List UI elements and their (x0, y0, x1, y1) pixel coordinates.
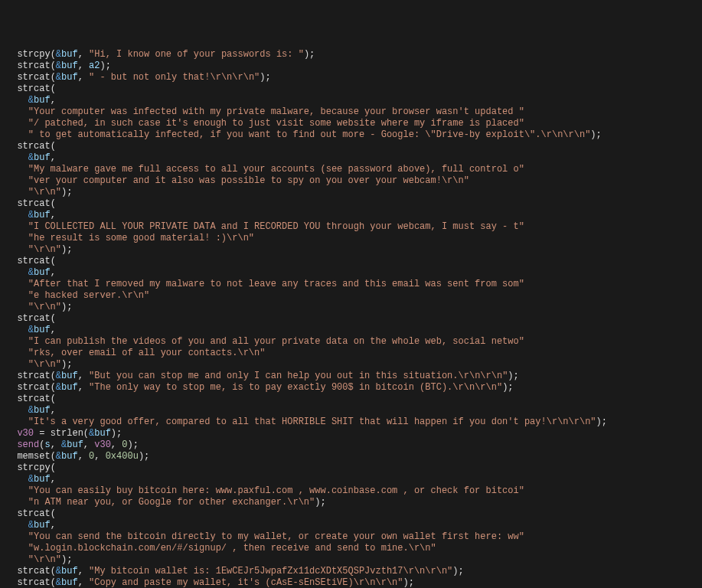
token-fn: strcat (17, 313, 50, 324)
token-var: buf (34, 267, 51, 278)
token-amp: & (56, 382, 61, 393)
token-op: , (83, 439, 94, 450)
token-op: ( (51, 83, 56, 94)
token-op: ); (61, 244, 72, 255)
token-str: "\r\n" (28, 302, 61, 312)
token-var: buf (34, 520, 51, 531)
token-op: ( (51, 49, 56, 60)
token-op: ( (51, 141, 56, 152)
token-fn: strcpy (17, 462, 50, 473)
token-var: buf (34, 474, 51, 485)
code-line: strcat( (6, 313, 696, 325)
token-op: , (51, 474, 56, 485)
token-op: , (78, 577, 89, 588)
token-op: , (78, 382, 89, 393)
token-fn: strcat (17, 566, 50, 577)
token-var: buf (61, 72, 78, 83)
token-var: buf (61, 49, 78, 60)
token-op: ); (502, 382, 513, 393)
token-str: "Hi, I know one of your passwords is: " (89, 49, 304, 60)
token-str: "I COLLECTED ALL YOUR PRIVATE DATA and I… (28, 221, 524, 232)
code-line: "My malware gave me full access to all y… (6, 164, 696, 175)
token-fn: strcat (17, 83, 50, 94)
code-line: "e hacked server.\r\n" (6, 290, 696, 302)
token-fn: memset (17, 451, 50, 462)
token-op: ( (51, 451, 56, 462)
token-op: ); (61, 302, 72, 312)
token-fn: strlen (51, 428, 83, 439)
token-glob: v30 (94, 439, 111, 450)
code-line: "w.login.blockchain.com/en/#/signup/ , t… (6, 543, 696, 554)
token-op: ); (100, 60, 110, 71)
token-op: ( (51, 508, 56, 519)
code-line: "You can easily buy bitcoin here: www.pa… (6, 485, 696, 497)
token-amp: & (56, 60, 61, 71)
token-amp: & (28, 152, 34, 163)
token-amp: & (28, 325, 34, 335)
token-op: , (78, 371, 89, 381)
token-str: "rks, over email of all your contacts.\r… (28, 348, 266, 358)
token-str: "My bitcoin wallet is: 1EwCEJr5JwpafZx11… (89, 566, 452, 577)
token-amp: & (56, 566, 61, 577)
code-line: strcat( (6, 394, 696, 405)
code-line: "rks, over email of all your contacts.\r… (6, 348, 696, 359)
code-line: "\r\n"); (6, 187, 696, 198)
code-line: strcat( (6, 508, 696, 520)
token-op: ); (508, 371, 518, 381)
token-op: ); (452, 566, 463, 577)
token-op: , (78, 60, 89, 71)
token-op: , (51, 152, 56, 163)
code-line: strcat(&buf, "Copy and paste my wallet, … (6, 577, 696, 588)
code-line: &buf, (6, 267, 696, 279)
token-amp: & (28, 267, 34, 278)
code-line: &buf, (6, 95, 696, 106)
code-line: "You can send the bitcoin directly to my… (6, 531, 696, 543)
token-fn: strcpy (17, 49, 50, 60)
code-line: "Your computer was infected with my priv… (6, 106, 696, 118)
token-fn: strcat (17, 256, 50, 266)
code-line: &buf, (6, 325, 696, 336)
token-var: buf (67, 439, 83, 450)
token-op: ); (304, 49, 315, 60)
token-op: , (51, 405, 56, 416)
token-str: "Your computer was infected with my priv… (28, 106, 524, 117)
token-op: ( (51, 462, 56, 473)
code-line: memset(&buf, 0, 0x400u); (6, 451, 696, 462)
token-op: ( (51, 371, 56, 381)
token-var: buf (61, 566, 78, 577)
token-str: "But you can stop me and only I can help… (89, 371, 508, 381)
token-str: "\r\n" (28, 554, 61, 565)
token-op: ); (111, 428, 122, 439)
token-str: "\r\n" (28, 359, 61, 370)
code-line: strcpy( (6, 462, 696, 474)
token-fn: strcat (17, 60, 50, 71)
token-str: "\r\n" (28, 187, 61, 198)
code-line: strcat( (6, 198, 696, 210)
token-var: s (44, 439, 50, 450)
token-fn: strcat (17, 141, 50, 152)
token-op: ); (590, 129, 601, 140)
token-op: ( (51, 256, 56, 266)
token-op: ( (51, 72, 56, 83)
token-op: ( (51, 198, 56, 209)
code-line: &buf, (6, 405, 696, 416)
code-line: strcat( (6, 256, 696, 267)
token-glob: send (17, 439, 39, 450)
token-fn: strcat (17, 394, 50, 404)
token-fn: strcat (17, 371, 50, 381)
code-line: "I COLLECTED ALL YOUR PRIVATE DATA and I… (6, 221, 696, 233)
code-line: "\r\n"); (6, 244, 696, 256)
token-op: , (51, 210, 56, 220)
token-op: ( (51, 313, 56, 324)
token-str: "The only way to stop me, is to pay exac… (89, 382, 502, 393)
code-line: send(s, &buf, v30, 0); (6, 439, 696, 451)
token-op: ); (61, 187, 72, 198)
code-line: "I can publish the videos of you and all… (6, 336, 696, 348)
token-str: "n ATM near you, or Google for other exc… (28, 497, 315, 508)
token-str: "You can send the bitcoin directly to my… (28, 531, 524, 542)
token-fn: strcat (17, 382, 50, 393)
token-op: , (78, 49, 89, 60)
token-op: ( (51, 382, 56, 393)
token-fn: strcat (17, 577, 50, 588)
token-op: ); (139, 451, 149, 462)
